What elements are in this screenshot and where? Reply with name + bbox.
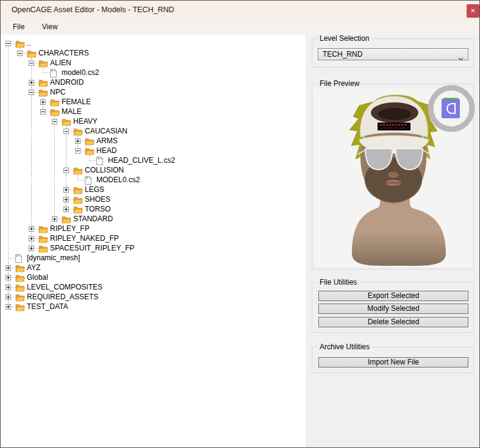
tree-node[interactable]: HEAVY xyxy=(1,116,306,126)
expand-toggle[interactable] xyxy=(63,168,69,173)
tree-node[interactable]: FEMALE xyxy=(1,97,306,107)
import-new-file-button[interactable]: Import New File xyxy=(318,357,468,368)
level-selection-dropdown[interactable]: TECH_RND xyxy=(318,48,468,60)
tree-guide xyxy=(8,214,9,224)
tree-guide xyxy=(31,97,32,107)
tree-node[interactable]: .. xyxy=(1,38,306,48)
tree-node[interactable]: model0.cs2 xyxy=(1,68,306,77)
tree-guide xyxy=(89,155,90,160)
expand-toggle[interactable] xyxy=(29,226,34,232)
tree-guide xyxy=(54,185,55,194)
expand-toggle[interactable] xyxy=(63,207,69,212)
tree-guide xyxy=(8,204,9,214)
expand-toggle[interactable] xyxy=(29,246,34,251)
tree-node[interactable]: HEAD xyxy=(1,146,306,155)
tree-guide xyxy=(54,175,55,185)
tree-guide xyxy=(31,185,32,194)
tree-node-label: STANDARD xyxy=(73,214,113,224)
expand-toggle[interactable] xyxy=(29,236,34,241)
expand-toggle[interactable] xyxy=(5,294,11,300)
expand-toggle[interactable] xyxy=(75,148,81,154)
tree-node[interactable]: MALE xyxy=(1,107,306,116)
tree-node[interactable]: ANDROID xyxy=(1,77,306,87)
tree-view[interactable]: ..CHARACTERSALIENmodel0.cs2ANDROIDNPCFEM… xyxy=(1,35,306,448)
tree-node-label: NPC xyxy=(50,87,65,97)
expand-toggle[interactable] xyxy=(29,90,34,95)
expand-toggle[interactable] xyxy=(5,304,11,310)
tree-node[interactable]: REQUIRED_ASSETS xyxy=(1,292,306,302)
tree-node[interactable]: CHARACTERS xyxy=(1,48,306,58)
tree-guide xyxy=(8,126,9,136)
export-selected-button[interactable]: Export Selected xyxy=(318,291,468,301)
menu-bar: File View xyxy=(1,19,479,35)
expand-toggle[interactable] xyxy=(5,275,11,280)
tree-node[interactable]: [dynamic_mesh] xyxy=(1,253,306,263)
tree-node-label: SPACESUIT_RIPLEY_FP xyxy=(50,243,135,253)
tree-guide xyxy=(54,136,55,146)
expand-toggle[interactable] xyxy=(29,80,34,85)
tree-guide xyxy=(54,126,55,136)
tree-guide xyxy=(31,136,32,146)
tree-node[interactable]: SPACESUIT_RIPLEY_FP xyxy=(1,243,306,253)
tree-node-label: COLLISION xyxy=(85,165,124,175)
tree-node[interactable]: RIPLEY_FP xyxy=(1,224,306,233)
tree-node[interactable]: TEST_DATA xyxy=(1,302,306,311)
tree-guide xyxy=(8,243,9,253)
tree-guide xyxy=(31,155,32,165)
expand-toggle[interactable] xyxy=(63,197,69,202)
folder-icon xyxy=(15,303,25,314)
tree-guide xyxy=(54,155,55,165)
tree-node[interactable]: Global xyxy=(1,272,306,282)
tree-node-label: RIPLEY_FP xyxy=(50,224,90,233)
tree-node-label: MALE xyxy=(62,107,82,116)
tree-guide xyxy=(31,126,32,136)
tree-guide xyxy=(31,204,32,214)
tree-node[interactable]: CAUCASIAN xyxy=(1,126,306,136)
tree-node-label: MODEL0.cs2 xyxy=(96,175,140,185)
close-button[interactable]: ✕ xyxy=(467,4,479,18)
expand-toggle[interactable] xyxy=(52,119,57,124)
expand-toggle[interactable] xyxy=(40,109,46,115)
expand-toggle[interactable] xyxy=(5,265,11,271)
expand-toggle[interactable] xyxy=(5,41,11,46)
tree-guide xyxy=(8,48,9,58)
tree-node[interactable]: STANDARD xyxy=(1,214,306,224)
archive-utilities-label: Archive Utilities xyxy=(317,343,372,352)
expand-toggle[interactable] xyxy=(29,60,34,66)
tree-node[interactable]: LEVEL_COMPOSITES xyxy=(1,282,306,292)
tree-node[interactable]: ALIEN xyxy=(1,58,306,68)
expand-toggle[interactable] xyxy=(75,138,81,144)
tree-node[interactable]: COLLISION xyxy=(1,165,306,175)
expand-toggle[interactable] xyxy=(40,99,46,105)
tree-node[interactable]: TORSO xyxy=(1,204,306,214)
expand-toggle[interactable] xyxy=(17,51,23,56)
menu-file[interactable]: File xyxy=(5,19,32,35)
tree-node[interactable]: SHOES xyxy=(1,194,306,204)
tree-guide xyxy=(66,136,66,146)
tree-node[interactable]: HEAD_CLIVE_L.cs2 xyxy=(1,155,306,165)
title-bar: OpenCAGE Asset Editor - Models - TECH_RN… xyxy=(1,1,479,19)
menu-view[interactable]: View xyxy=(35,19,65,35)
tree-node-label: CAUCASIAN xyxy=(85,126,127,136)
file-preview-label: File Preview xyxy=(317,79,362,88)
tree-node[interactable]: RIPLEY_NAKED_FP xyxy=(1,233,306,243)
tree-guide xyxy=(8,165,9,175)
expand-toggle[interactable] xyxy=(5,285,11,290)
delete-selected-button[interactable]: Delete Selected xyxy=(318,317,468,327)
tree-node[interactable]: NPC xyxy=(1,87,306,97)
tree-node[interactable]: MODEL0.cs2 xyxy=(1,175,306,185)
tree-guide xyxy=(8,185,9,194)
tree-guide xyxy=(8,77,9,87)
tree-node[interactable]: LEGS xyxy=(1,185,306,194)
tree-node[interactable]: ARMS xyxy=(1,136,306,146)
window-title: OpenCAGE Asset Editor - Models - TECH_RN… xyxy=(12,1,174,19)
tree-node-label: CHARACTERS xyxy=(38,48,89,58)
tree-node-label: REQUIRED_ASSETS xyxy=(27,292,98,302)
tree-node[interactable]: AYZ xyxy=(1,263,306,272)
expand-toggle[interactable] xyxy=(52,216,57,222)
expand-toggle[interactable] xyxy=(63,129,69,134)
tree-guide xyxy=(8,233,9,243)
expand-toggle[interactable] xyxy=(63,187,69,193)
tree-guide xyxy=(8,155,9,165)
modify-selected-button[interactable]: Modify Selected xyxy=(318,304,468,314)
